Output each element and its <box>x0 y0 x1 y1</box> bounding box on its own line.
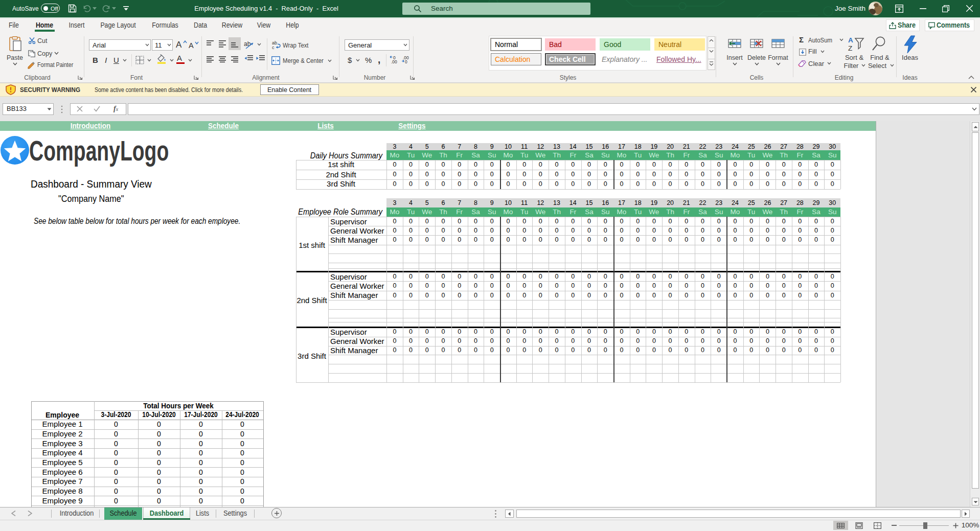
svg-text:.00: .00 <box>391 59 397 64</box>
svg-text:c: c <box>272 45 275 49</box>
svg-text:ab: ab <box>244 40 251 48</box>
svg-text:A: A <box>848 36 853 44</box>
svg-text:0: 0 <box>405 59 407 64</box>
svg-text:Z: Z <box>848 44 852 52</box>
